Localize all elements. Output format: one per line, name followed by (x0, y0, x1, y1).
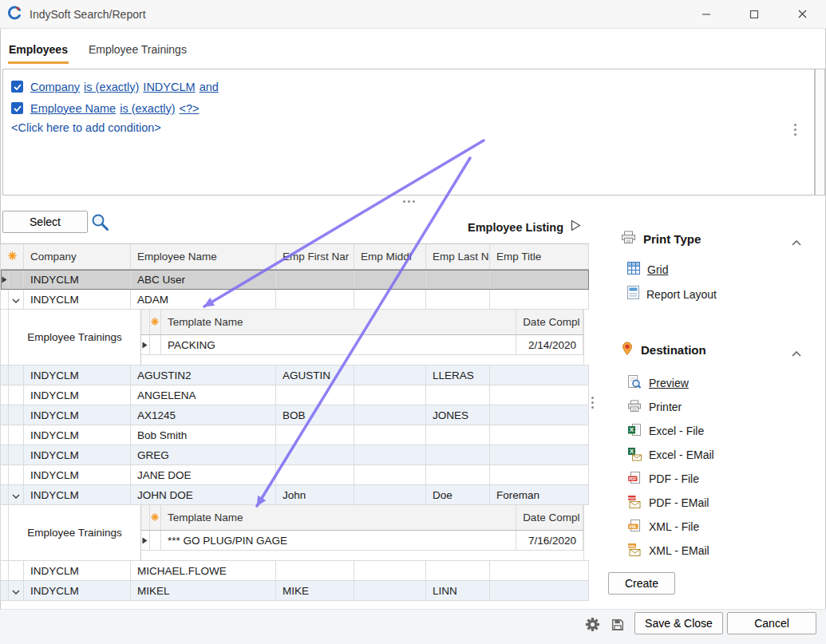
add-condition-link[interactable]: <Click here to add condition> (11, 121, 161, 134)
expand-toggle-cell[interactable] (9, 581, 24, 600)
detail-column-date-completed[interactable]: Date Compl (516, 505, 583, 530)
employee-cell-employee_name[interactable]: ANGELENA (131, 385, 276, 405)
employee-cell-middle_name[interactable] (354, 405, 426, 425)
condition-field-link[interactable]: Employee Name (30, 102, 116, 115)
condition-field-link[interactable]: Company (30, 81, 80, 93)
employee-cell-employee_name[interactable]: AGUSTIN2 (131, 365, 276, 385)
employee-cell-employee_name[interactable]: MIKEL (131, 581, 276, 600)
destination-option-printer[interactable]: Printer (627, 395, 682, 419)
create-button[interactable]: Create (608, 572, 675, 595)
cancel-button[interactable]: Cancel (727, 612, 816, 634)
column-header-emp-first-name[interactable]: Emp First Nar (276, 244, 354, 269)
collapse-chevron-icon[interactable] (12, 294, 20, 306)
vertical-splitter-grip[interactable] (591, 397, 594, 409)
employee-cell-first_name[interactable] (276, 425, 354, 444)
collapse-chevron-icon[interactable] (792, 346, 801, 359)
employee-cell-middle_name[interactable] (354, 561, 426, 580)
employee-cell-middle_name[interactable] (354, 581, 426, 600)
training-row[interactable]: PACKING2/14/2020 (141, 335, 583, 355)
destination-option-xml-email[interactable]: XML XML - EMail (627, 539, 709, 563)
conditions-scrollbar[interactable] (815, 69, 825, 196)
employee-cell-last_name[interactable]: LLERAS (426, 365, 490, 385)
employee-cell-emp_title[interactable] (490, 465, 589, 484)
employee-cell-employee_name[interactable]: ADAM (131, 290, 276, 309)
close-button[interactable] (789, 2, 815, 27)
employee-row[interactable]: INDYCLMABC User (1, 270, 589, 290)
employee-cell-last_name[interactable] (426, 465, 490, 484)
employee-cell-emp_title[interactable] (490, 445, 589, 464)
employee-cell-emp_title[interactable] (490, 581, 589, 600)
employee-cell-company[interactable]: INDYCLM (24, 425, 131, 444)
column-header-emp-middle[interactable]: Emp Middl (354, 244, 426, 269)
employee-cell-emp_title[interactable] (490, 405, 589, 425)
employee-cell-middle_name[interactable] (354, 290, 426, 309)
employee-cell-first_name[interactable] (276, 465, 354, 484)
condition-value-link[interactable]: <?> (179, 102, 199, 115)
destination-option-pdf-email[interactable]: PDF PDF - EMail (627, 491, 709, 515)
employee-cell-emp_title[interactable] (490, 561, 589, 580)
collapse-chevron-icon[interactable] (792, 235, 801, 248)
employee-cell-company[interactable]: INDYCLM (24, 485, 131, 504)
employee-cell-company[interactable]: INDYCLM (24, 270, 131, 289)
employee-row[interactable]: INDYCLMMIKELMIKELINN (1, 581, 589, 601)
expand-toggle-cell[interactable] (9, 485, 24, 504)
column-header-company[interactable]: Company (24, 244, 131, 269)
employee-row[interactable]: INDYCLMBob Smith (1, 425, 589, 445)
employee-cell-middle_name[interactable] (354, 425, 426, 444)
employee-cell-last_name[interactable] (426, 270, 490, 289)
condition-checkbox[interactable] (11, 102, 23, 114)
save-icon[interactable] (611, 618, 625, 635)
select-button[interactable]: Select (2, 211, 88, 233)
condition-conjunction-link[interactable]: and (200, 81, 219, 93)
employee-cell-company[interactable]: INDYCLM (24, 365, 131, 385)
employee-cell-company[interactable]: INDYCLM (24, 445, 131, 464)
condition-value-link[interactable]: INDYCLM (143, 81, 195, 93)
employee-cell-employee_name[interactable]: JOHN DOE (131, 485, 276, 504)
expand-toggle-cell[interactable] (9, 290, 24, 309)
training-cell-date-completed[interactable]: 2/14/2020 (516, 335, 583, 354)
employee-cell-first_name[interactable] (276, 385, 354, 405)
employee-cell-emp_title[interactable]: Foreman (490, 485, 589, 504)
employee-row[interactable]: INDYCLMGREG (1, 445, 589, 465)
print-type-header[interactable]: Print Type (605, 226, 820, 251)
employee-cell-emp_title[interactable] (490, 425, 589, 444)
condition-operator-link[interactable]: is (exactly) (84, 81, 139, 93)
save-close-button[interactable]: Save & Close (634, 612, 723, 634)
destination-option-excel-email[interactable]: X Excel - EMail (627, 443, 714, 467)
destination-option-preview[interactable]: Preview (627, 371, 689, 395)
employee-cell-first_name[interactable] (276, 290, 354, 309)
training-row[interactable]: *** GO PLUG/PIN GAGE7/16/2020 (141, 531, 583, 551)
employee-cell-first_name[interactable]: BOB (276, 405, 354, 425)
employee-row[interactable]: INDYCLMADAM (1, 290, 589, 310)
employee-cell-first_name[interactable] (276, 561, 354, 580)
employee-cell-employee_name[interactable]: MICHAEL.FLOWE (131, 561, 276, 580)
employee-cell-company[interactable]: INDYCLM (24, 290, 131, 309)
employee-cell-first_name[interactable]: MIKE (276, 581, 354, 600)
collapse-chevron-icon[interactable] (12, 489, 20, 501)
settings-gear-icon[interactable] (585, 617, 600, 635)
horizontal-splitter-grip[interactable] (403, 200, 415, 203)
employee-cell-last_name[interactable]: LINN (426, 581, 490, 600)
destination-option-excel-file[interactable]: X Excel - File (627, 419, 704, 443)
employee-row[interactable]: INDYCLMJANE DOE (1, 465, 589, 485)
column-header-employee-name[interactable]: Employee Name (131, 244, 276, 269)
employee-cell-company[interactable]: INDYCLM (24, 465, 131, 484)
destination-option-pdf-file[interactable]: PDF PDF - File (627, 467, 699, 491)
employee-cell-last_name[interactable] (426, 425, 490, 444)
employee-row[interactable]: INDYCLMAX1245BOBJONES (1, 405, 589, 425)
tab-employees[interactable]: Employees (8, 41, 69, 64)
detail-tab-employee-trainings[interactable]: Employee Trainings (9, 310, 141, 365)
column-header-emp-last-name[interactable]: Emp Last N (426, 244, 490, 269)
employee-row[interactable]: INDYCLMAGUSTIN2AGUSTINLLERAS (1, 365, 589, 385)
detail-tab-employee-trainings[interactable]: Employee Trainings (9, 505, 141, 560)
play-icon[interactable] (571, 219, 581, 235)
destination-header[interactable]: Destination (605, 337, 820, 363)
employee-cell-last_name[interactable] (426, 290, 490, 309)
print-type-option-report-layout[interactable]: Report Layout (627, 286, 717, 302)
employee-row[interactable]: INDYCLMJOHN DOEJohnDoeForeman (1, 485, 589, 505)
employee-cell-employee_name[interactable]: Bob Smith (131, 425, 276, 444)
employee-row[interactable]: INDYCLMMICHAEL.FLOWE (1, 561, 589, 581)
employee-cell-employee_name[interactable]: GREG (131, 445, 276, 464)
training-cell-date-completed[interactable]: 7/16/2020 (516, 531, 583, 550)
condition-operator-link[interactable]: is (exactly) (120, 102, 175, 115)
